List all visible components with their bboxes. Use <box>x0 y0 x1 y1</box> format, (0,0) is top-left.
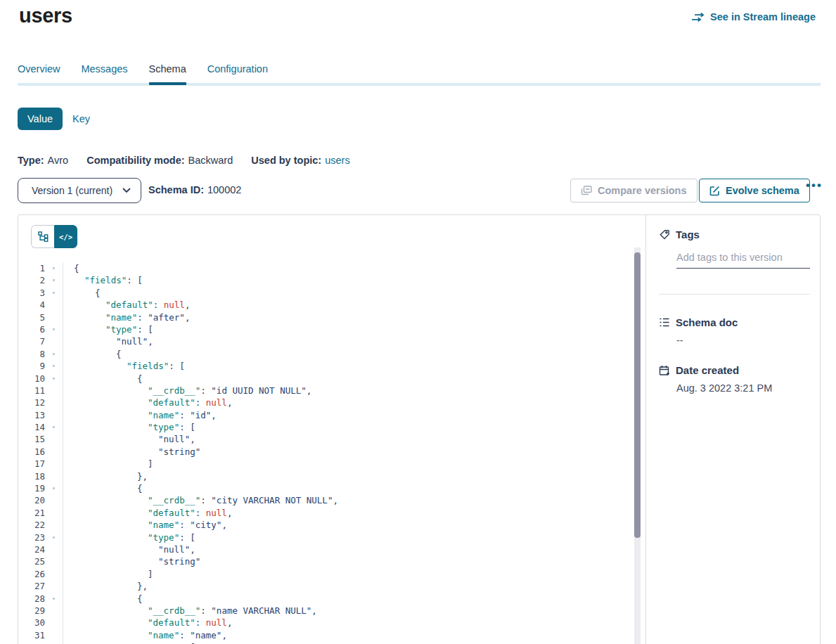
code-text: "fields": [ <box>63 274 143 286</box>
fold-toggle-icon[interactable]: ▾ <box>45 274 63 286</box>
see-in-stream-lineage-link[interactable]: See in Stream lineage <box>691 11 816 22</box>
line-number: 17 <box>18 458 45 470</box>
code-view-button[interactable]: </> <box>54 225 77 248</box>
code-text: }, <box>63 580 148 592</box>
add-tags-input[interactable] <box>676 250 810 269</box>
compare-versions-label: Compare versions <box>598 185 687 196</box>
calendar-icon <box>659 365 670 376</box>
line-number: 27 <box>18 580 45 592</box>
fold-spacer <box>45 629 63 641</box>
code-text: "default": null, <box>63 299 190 311</box>
fold-toggle-icon[interactable]: ▾ <box>45 421 63 433</box>
tab-configuration[interactable]: Configuration <box>207 63 268 85</box>
key-toggle-link[interactable]: Key <box>72 113 90 124</box>
code-text: "name": "name", <box>63 629 227 641</box>
fold-spacer <box>45 311 63 323</box>
date-created-value: Aug. 3 2022 3:21 PM <box>676 382 820 394</box>
code-line: 18}, <box>18 470 634 482</box>
editor-scrollbar-thumb[interactable] <box>634 252 641 538</box>
fold-toggle-icon[interactable]: ▾ <box>45 593 63 605</box>
compare-versions-button[interactable]: Compare versions <box>570 179 697 202</box>
version-select-value: Version 1 (current) <box>32 185 112 196</box>
compatibility-mode-value: Backward <box>188 155 233 166</box>
tab-messages[interactable]: Messages <box>81 63 127 85</box>
page-title: users <box>19 4 72 27</box>
code-text: "__crdb__": "city VARCHAR NOT NULL", <box>63 494 338 506</box>
code-text: { <box>63 482 143 494</box>
more-options-button[interactable]: ••• <box>806 179 823 193</box>
schema-id: Schema ID:100002 <box>148 184 241 195</box>
schema-editor[interactable]: </> 1▾{2▾"fields": [3▾{4"default": null,… <box>18 215 645 644</box>
code-line: 15"null", <box>18 433 634 445</box>
line-number: 28 <box>18 593 45 605</box>
fold-spacer <box>45 507 63 519</box>
tab-overview[interactable]: Overview <box>18 63 60 85</box>
code-line: 6▾"type": [ <box>18 323 634 335</box>
code-text: "type": [ <box>63 421 195 433</box>
code-line: 28▾{ <box>18 593 634 605</box>
code-text: "name": "id", <box>63 409 217 421</box>
fold-spacer <box>45 580 63 592</box>
line-number: 10 <box>18 373 45 385</box>
code-line: 8▾{ <box>18 348 634 360</box>
code-text: "string" <box>63 555 200 567</box>
schema-doc-title: Schema doc <box>676 316 738 328</box>
compare-versions-icon <box>581 186 592 195</box>
fold-toggle-icon[interactable]: ▾ <box>45 532 63 543</box>
code-text: "type": [ <box>63 532 195 543</box>
date-created-section-header: Date created <box>659 364 820 376</box>
code-line: 29"__crdb__": "name VARCHAR NULL", <box>18 605 634 617</box>
code-line: 27}, <box>18 580 634 592</box>
line-number: 7 <box>18 335 45 347</box>
fold-toggle-icon[interactable]: ▾ <box>45 641 63 644</box>
code-line: 9▾"fields": [ <box>18 360 634 372</box>
fold-toggle-icon[interactable]: ▾ <box>45 287 63 299</box>
editor-view-toggle: </> <box>31 225 77 248</box>
fold-spacer <box>45 617 63 629</box>
code-text: "default": null, <box>63 397 232 408</box>
value-toggle-button[interactable]: Value <box>18 108 63 130</box>
used-by-topic-link[interactable]: users <box>325 155 349 166</box>
code-text: "null", <box>63 433 195 445</box>
code-line: 16"string" <box>18 446 634 458</box>
code-text: "null", <box>63 335 153 347</box>
line-number: 15 <box>18 433 45 445</box>
code-line: 23▾"type": [ <box>18 532 634 543</box>
tag-icon <box>659 229 670 240</box>
fold-toggle-icon[interactable]: ▾ <box>45 482 63 494</box>
schema-doc-icon <box>659 317 670 328</box>
code-text: "__crdb__": "name VARCHAR NULL", <box>63 605 317 617</box>
tree-view-button[interactable] <box>31 225 54 248</box>
fold-spacer <box>45 335 63 347</box>
fold-toggle-icon[interactable]: ▾ <box>45 262 63 274</box>
fold-spacer <box>45 555 63 567</box>
tabs: OverviewMessagesSchemaConfiguration <box>18 63 268 85</box>
fold-toggle-icon[interactable]: ▾ <box>45 360 63 372</box>
fold-toggle-icon[interactable]: ▾ <box>45 348 63 360</box>
line-number: 21 <box>18 507 45 519</box>
compatibility-mode-label: Compatibility mode: <box>86 155 184 166</box>
tree-view-icon <box>38 231 49 242</box>
line-number: 13 <box>18 409 45 421</box>
fold-spacer <box>45 605 63 617</box>
fold-toggle-icon[interactable]: ▾ <box>45 323 63 335</box>
fold-toggle-icon[interactable]: ▾ <box>45 373 63 385</box>
line-number: 22 <box>18 519 45 531</box>
line-number: 2 <box>18 274 45 286</box>
code-text: "__crdb__": "id UUID NOT NULL", <box>63 385 311 397</box>
version-select[interactable]: Version 1 (current) <box>18 178 141 203</box>
line-number: 11 <box>18 385 45 397</box>
schema-id-value: 100002 <box>207 184 241 195</box>
evolve-schema-button[interactable]: Evolve schema <box>699 179 810 202</box>
date-created-title: Date created <box>676 364 739 376</box>
tab-schema[interactable]: Schema <box>149 63 186 85</box>
fold-spacer <box>45 446 63 458</box>
line-number: 18 <box>18 470 45 482</box>
stream-lineage-icon <box>691 13 705 22</box>
type-value: Avro <box>48 155 69 166</box>
code-line: 1▾{ <box>18 262 634 274</box>
code-line: 17] <box>18 458 634 470</box>
line-number: 26 <box>18 568 45 580</box>
code-text: "default": null, <box>63 507 232 519</box>
code-line: 25"string" <box>18 555 634 567</box>
